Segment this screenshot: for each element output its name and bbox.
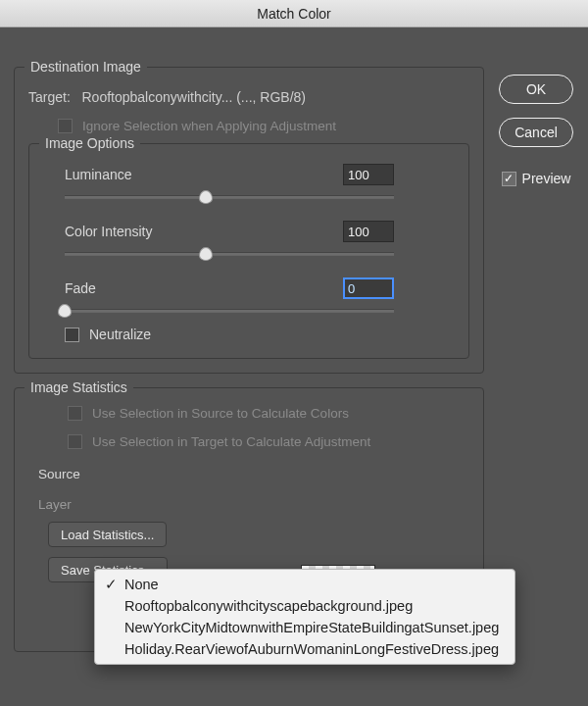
- fade-thumb[interactable]: [58, 304, 72, 318]
- fade-input[interactable]: [343, 277, 394, 299]
- ok-button[interactable]: OK: [499, 75, 573, 104]
- luminance-thumb[interactable]: [199, 190, 213, 204]
- use-selection-source-checkbox: [68, 406, 82, 421]
- neutralize-checkbox[interactable]: [65, 328, 79, 342]
- image-statistics-title: Image Statistics: [24, 379, 133, 395]
- source-option-2[interactable]: NewYorkCityMidtownwithEmpireStateBuildin…: [95, 617, 514, 638]
- fade-row: Fade: [45, 277, 453, 313]
- neutralize-label: Neutralize: [89, 327, 151, 342]
- luminance-label: Luminance: [65, 167, 132, 182]
- dialog-title: Match Color: [257, 6, 330, 22]
- use-selection-target-label: Use Selection in Target to Calculate Adj…: [92, 434, 370, 449]
- cancel-button[interactable]: Cancel: [499, 118, 573, 147]
- load-statistics-button[interactable]: Load Statistics...: [48, 522, 167, 547]
- source-option-none[interactable]: None: [95, 574, 514, 595]
- image-options-group: Image Options Luminance Color Intensity: [28, 143, 469, 359]
- source-row: Source: [38, 467, 469, 481]
- dialog-titlebar: Match Color: [0, 0, 588, 27]
- color-intensity-label: Color Intensity: [65, 224, 152, 239]
- target-label: Target:: [28, 89, 71, 105]
- source-option-3[interactable]: Holiday.RearViewofAuburnWomaninLongFesti…: [95, 638, 514, 660]
- target-row: Target: Rooftopbalconywithcity... (..., …: [28, 89, 469, 105]
- fade-slider[interactable]: [65, 309, 394, 313]
- destination-image-title: Destination Image: [24, 59, 147, 75]
- neutralize-row[interactable]: Neutralize: [65, 327, 453, 342]
- color-intensity-row: Color Intensity: [45, 221, 453, 256]
- fade-label: Fade: [65, 280, 96, 296]
- luminance-slider[interactable]: [65, 195, 394, 199]
- image-options-title: Image Options: [39, 135, 140, 151]
- source-option-1[interactable]: Rooftopbalconywithcityscapebackground.jp…: [95, 595, 514, 617]
- layer-label: Layer: [38, 497, 72, 512]
- ignore-selection-checkbox: [58, 119, 73, 133]
- preview-checkbox[interactable]: [502, 172, 516, 186]
- color-intensity-slider[interactable]: [65, 252, 394, 256]
- preview-checkbox-row[interactable]: Preview: [502, 171, 571, 186]
- luminance-row: Luminance: [45, 164, 453, 199]
- use-selection-target-checkbox: [68, 434, 82, 449]
- dialog-body: OK Cancel Preview Destination Image Targ…: [0, 27, 588, 706]
- use-selection-target-row: Use Selection in Target to Calculate Adj…: [68, 434, 469, 449]
- ignore-selection-row: Ignore Selection when Applying Adjustmen…: [58, 119, 469, 133]
- layer-row: Layer: [38, 497, 469, 512]
- color-intensity-input[interactable]: [343, 221, 394, 242]
- right-button-column: OK Cancel Preview: [498, 75, 574, 186]
- use-selection-source-row: Use Selection in Source to Calculate Col…: [68, 406, 469, 421]
- ignore-selection-label: Ignore Selection when Applying Adjustmen…: [82, 119, 336, 133]
- color-intensity-thumb[interactable]: [199, 247, 213, 261]
- destination-image-group: Destination Image Target: Rooftopbalcony…: [14, 67, 484, 374]
- source-label: Source: [38, 467, 80, 481]
- luminance-input[interactable]: [343, 164, 394, 185]
- use-selection-source-label: Use Selection in Source to Calculate Col…: [92, 406, 349, 421]
- source-dropdown-popup[interactable]: None Rooftopbalconywithcityscapebackgrou…: [94, 569, 515, 665]
- target-value: Rooftopbalconywithcity... (..., RGB/8): [81, 89, 306, 105]
- preview-label: Preview: [522, 171, 571, 186]
